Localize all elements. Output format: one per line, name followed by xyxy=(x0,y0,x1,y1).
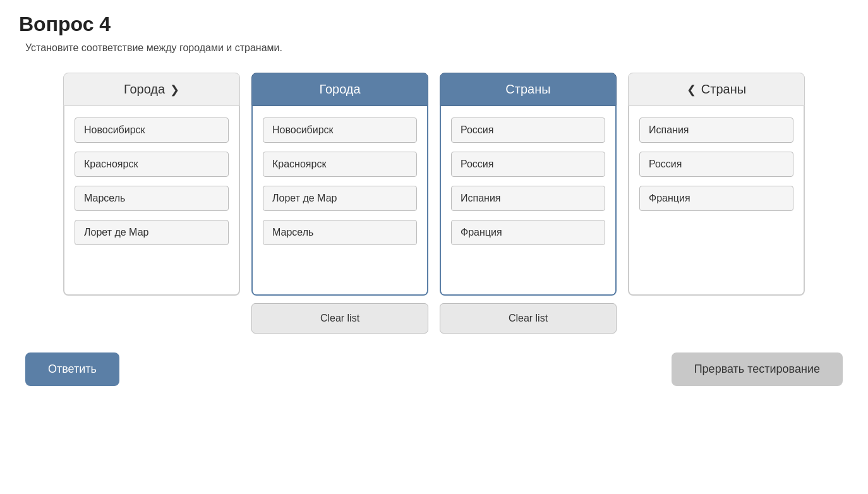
source-countries-label: Страны xyxy=(701,82,746,97)
list-item[interactable]: Франция xyxy=(639,186,793,211)
list-item[interactable]: Новосибирск xyxy=(263,117,417,143)
page-title: Вопрос 4 xyxy=(19,13,849,36)
question-text: Установите соответствие между городами и… xyxy=(19,42,849,54)
list-item[interactable]: Новосибирск xyxy=(75,117,229,143)
source-cities-body: Новосибирск Красноярск Марсель Лорет де … xyxy=(63,106,240,296)
source-countries-chevron-icon: ❮ xyxy=(687,83,696,97)
list-item[interactable]: Испания xyxy=(451,186,605,211)
source-cities-label: Города xyxy=(124,82,165,97)
drop-countries-label: Страны xyxy=(505,82,550,97)
list-item[interactable]: Испания xyxy=(639,117,793,143)
list-item[interactable]: Марсель xyxy=(263,220,417,245)
drop-cities-label: Города xyxy=(319,82,360,97)
source-countries-body: Испания Россия Франция xyxy=(628,106,805,296)
drop-countries-body[interactable]: Россия Россия Испания Франция xyxy=(440,106,617,296)
interrupt-button[interactable]: Прервать тестирование xyxy=(672,352,843,386)
list-item[interactable]: Россия xyxy=(451,152,605,177)
list-item[interactable]: Лорет де Мар xyxy=(75,220,229,245)
drop-countries-column: Страны Россия Россия Испания Франция xyxy=(440,73,617,296)
drop-cities-header: Города xyxy=(251,73,428,106)
drop-cities-column-wrapper: Города Новосибирск Красноярск Лорет де М… xyxy=(251,73,428,334)
footer: Ответить Прервать тестирование xyxy=(19,352,849,386)
drop-countries-header: Страны xyxy=(440,73,617,106)
answer-button[interactable]: Ответить xyxy=(25,352,119,386)
clear-countries-button[interactable]: Clear list xyxy=(440,303,617,334)
columns-wrapper: Города ❯ Новосибирск Красноярск Марсель … xyxy=(19,73,849,334)
clear-cities-button[interactable]: Clear list xyxy=(251,303,428,334)
drop-countries-column-wrapper: Страны Россия Россия Испания Франция Cle… xyxy=(440,73,617,334)
list-item[interactable]: Россия xyxy=(639,152,793,177)
list-item[interactable]: Россия xyxy=(451,117,605,143)
list-item[interactable]: Лорет де Мар xyxy=(263,186,417,211)
source-cities-chevron-icon: ❯ xyxy=(170,83,179,97)
list-item[interactable]: Красноярск xyxy=(75,152,229,177)
list-item[interactable]: Франция xyxy=(451,220,605,245)
list-item[interactable]: Красноярск xyxy=(263,152,417,177)
source-countries-header: ❮ Страны xyxy=(628,73,805,106)
drop-cities-body[interactable]: Новосибирск Красноярск Лорет де Мар Марс… xyxy=(251,106,428,296)
source-countries-column: ❮ Страны Испания Россия Франция xyxy=(628,73,805,296)
drop-cities-column: Города Новосибирск Красноярск Лорет де М… xyxy=(251,73,428,296)
source-cities-column: Города ❯ Новосибирск Красноярск Марсель … xyxy=(63,73,240,296)
list-item[interactable]: Марсель xyxy=(75,186,229,211)
source-cities-header: Города ❯ xyxy=(63,73,240,106)
